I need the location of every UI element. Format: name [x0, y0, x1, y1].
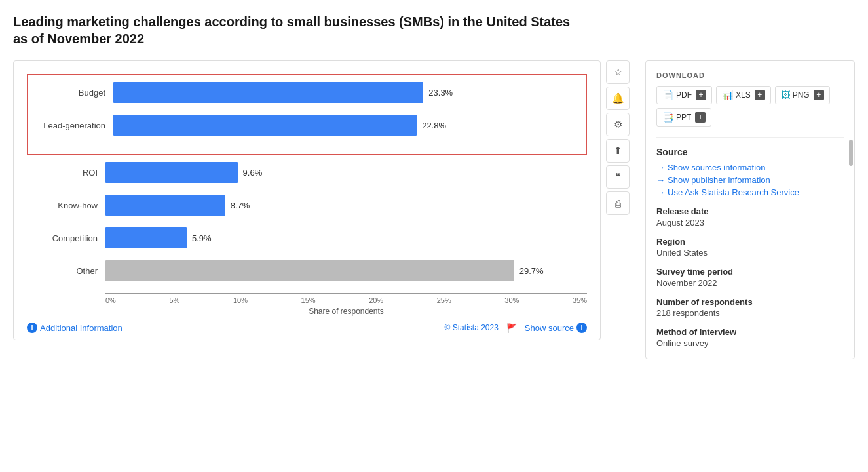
pdf-button[interactable]: 📄 PDF + — [656, 86, 712, 104]
bar-row: Lead-generation22.8% — [35, 115, 579, 136]
bar-fill — [105, 195, 225, 216]
info-label: Release date — [656, 206, 844, 216]
publisher-info-link[interactable]: Show publisher information — [656, 175, 844, 185]
sidebar-icons: ☆🔔⚙⬆❝⎙ — [606, 60, 630, 215]
info-label: Method of interview — [656, 327, 844, 337]
info-icon: i — [27, 323, 37, 333]
bar-value: 23.3% — [428, 88, 453, 98]
png-button[interactable]: 🖼 PNG + — [775, 86, 830, 104]
bar-label: Competition — [27, 233, 105, 243]
bar-fill — [105, 227, 187, 248]
axis-tick: 20% — [369, 296, 383, 304]
right-panel: DOWNLOAD 📄 PDF +📊 XLS +🖼 PNG +📑 PPT + So… — [645, 60, 855, 359]
info-label: Region — [656, 237, 844, 246]
bar-row: ROI9.6% — [27, 162, 587, 183]
dl-icon-png-button: 🖼 — [781, 90, 790, 100]
quote-icon[interactable]: ❝ — [606, 165, 630, 189]
axis-tick: 10% — [233, 296, 248, 304]
info-row: Survey time periodNovember 2022 — [656, 267, 844, 288]
print-icon[interactable]: ⎙ — [606, 191, 630, 215]
highlighted-bars-container: Budget23.3%Lead-generation22.8% — [27, 74, 587, 155]
dl-icon-ppt-button: 📑 — [662, 112, 673, 123]
gear-icon[interactable]: ⚙ — [606, 113, 630, 136]
xls-button[interactable]: 📊 XLS + — [716, 86, 771, 104]
axis-tick: 15% — [301, 296, 316, 304]
info-row: Method of interviewOnline survey — [656, 327, 844, 348]
bar-track: 8.7% — [105, 195, 587, 216]
dl-plus-xls-button: + — [755, 90, 765, 100]
info-row: RegionUnited States — [656, 237, 844, 258]
sources-info-link[interactable]: Show sources information — [656, 163, 844, 172]
dl-text-ppt-button: PPT — [676, 113, 691, 122]
chart-footer: i Additional Information © Statista 2023… — [27, 323, 587, 333]
bar-row: Budget23.3% — [35, 82, 579, 103]
bar-fill — [105, 260, 514, 281]
dl-plus-pdf-button: + — [696, 90, 706, 100]
x-axis-label: Share of respondents — [105, 307, 587, 316]
bell-icon[interactable]: 🔔 — [606, 87, 630, 110]
bar-track: 22.8% — [113, 115, 579, 136]
dl-text-pdf-button: PDF — [676, 90, 692, 100]
bar-track: 5.9% — [105, 227, 587, 248]
chart-area: Budget23.3%Lead-generation22.8% ROI9.6%K… — [13, 60, 601, 340]
bar-track: 9.6% — [105, 162, 587, 183]
bar-value: 9.6% — [243, 168, 263, 178]
bar-value: 8.7% — [231, 201, 250, 210]
info-row: Release dateAugust 2023 — [656, 206, 844, 227]
bar-fill — [105, 162, 238, 183]
bar-fill — [113, 115, 417, 136]
axis-tick: 0% — [105, 296, 116, 304]
source-section: Source Show sources informationShow publ… — [656, 137, 844, 348]
axis-tick: 5% — [169, 296, 179, 304]
info-value: August 2023 — [656, 218, 844, 227]
main-layout: Budget23.3%Lead-generation22.8% ROI9.6%K… — [13, 60, 855, 359]
dl-plus-ppt-button: + — [695, 112, 706, 123]
bar-label: Other — [27, 266, 105, 276]
ask-statista-link[interactable]: Use Ask Statista Research Service — [656, 187, 844, 197]
bar-fill — [113, 82, 423, 103]
x-axis: 0%5%10%15%20%25%30%35% Share of responde… — [105, 293, 587, 316]
additional-info-button[interactable]: i Additional Information — [27, 323, 123, 333]
source-title: Source — [656, 147, 844, 157]
statista-credit: © Statista 2023 — [445, 323, 499, 332]
share-icon[interactable]: ⬆ — [606, 139, 630, 163]
info-label: Number of respondents — [656, 297, 844, 307]
star-icon[interactable]: ☆ — [606, 60, 630, 84]
download-section: DOWNLOAD 📄 PDF +📊 XLS +🖼 PNG +📑 PPT + — [656, 71, 844, 127]
dl-text-xls-button: XLS — [736, 90, 751, 100]
scrollbar[interactable] — [849, 140, 853, 166]
info-value: 218 respondents — [656, 308, 844, 318]
show-source-info-icon: i — [576, 323, 587, 333]
bar-label: ROI — [27, 168, 105, 178]
show-source-button[interactable]: Show source i — [525, 323, 587, 333]
dl-plus-png-button: + — [814, 90, 824, 100]
info-value: United States — [656, 248, 844, 258]
axis-tick: 35% — [573, 296, 587, 304]
bar-row: Other29.7% — [27, 260, 587, 281]
bar-value: 29.7% — [519, 266, 544, 276]
page-title: Leading marketing challenges according t… — [13, 13, 583, 47]
bar-row: Competition5.9% — [27, 227, 587, 248]
dl-icon-xls-button: 📊 — [722, 90, 733, 100]
bar-label: Know-how — [27, 201, 105, 210]
bar-value: 22.8% — [422, 121, 446, 130]
dl-icon-pdf-button: 📄 — [662, 90, 673, 100]
axis-tick: 30% — [504, 296, 519, 304]
bar-row: Know-how8.7% — [27, 195, 587, 216]
ppt-button[interactable]: 📑 PPT + — [656, 108, 711, 127]
dl-text-png-button: PNG — [793, 90, 810, 100]
bar-label: Budget — [35, 88, 113, 98]
info-value: November 2022 — [656, 278, 844, 288]
bar-track: 23.3% — [113, 82, 579, 103]
axis-tick: 25% — [437, 296, 451, 304]
info-value: Online survey — [656, 338, 844, 348]
download-label: DOWNLOAD — [656, 71, 844, 79]
bar-value: 5.9% — [192, 233, 212, 243]
bar-label: Lead-generation — [35, 121, 113, 130]
bar-track: 29.7% — [105, 260, 587, 281]
download-buttons: 📄 PDF +📊 XLS +🖼 PNG +📑 PPT + — [656, 86, 844, 127]
info-row: Number of respondents218 respondents — [656, 297, 844, 318]
info-label: Survey time period — [656, 267, 844, 277]
